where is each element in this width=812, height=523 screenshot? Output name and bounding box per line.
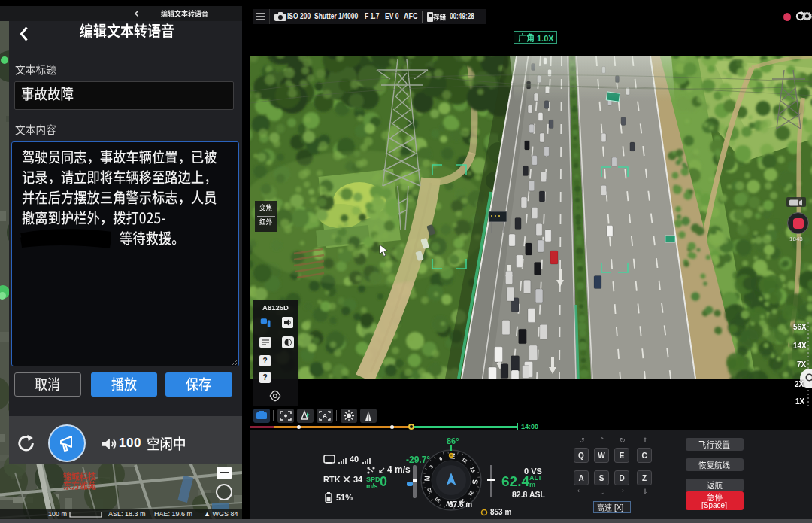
svg-text:A: A (323, 412, 328, 420)
svg-text:N: N (423, 476, 431, 482)
svg-text:S: S (471, 479, 479, 485)
